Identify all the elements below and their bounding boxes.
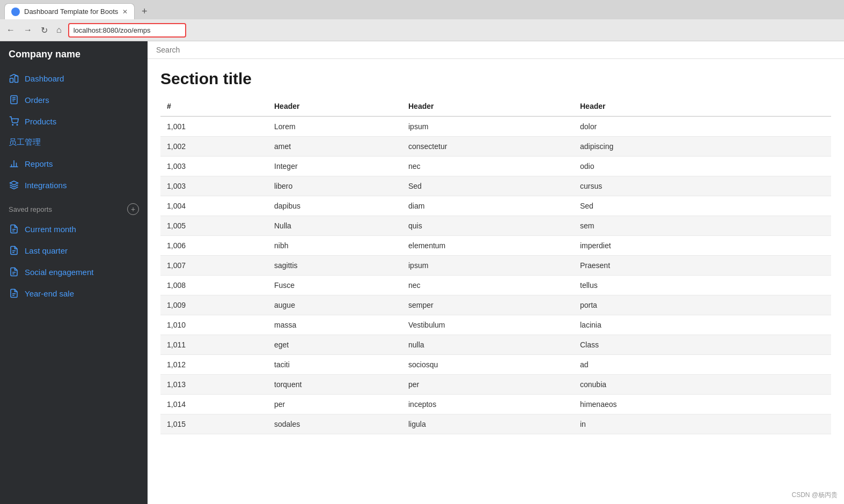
report-file-icon-0: [9, 224, 19, 234]
sidebar-item-label-reports: Reports: [25, 159, 53, 168]
table-cell: Praesent: [574, 256, 831, 276]
sidebar-item-label-current-month: Current month: [25, 225, 76, 234]
home-button[interactable]: ⌂: [54, 23, 64, 37]
table-cell: 1,015: [160, 414, 268, 434]
table-cell: Integer: [268, 157, 402, 176]
table-cell: sodales: [268, 414, 402, 434]
table-row: 1,006nibhelementumimperdiet: [160, 236, 831, 256]
table-cell: nec: [402, 276, 574, 295]
col-header-1: Header: [268, 97, 402, 116]
browser-chrome: Dashboard Template for Boots ✕ + ← → ↻ ⌂…: [0, 0, 844, 41]
table-cell: 1,006: [160, 236, 268, 256]
table-cell: Vestibulum: [402, 315, 574, 335]
reload-button[interactable]: ↻: [39, 23, 50, 38]
table-cell: per: [402, 375, 574, 395]
table-cell: odio: [574, 157, 831, 176]
table-cell: Class: [574, 335, 831, 355]
table-cell: Nulla: [268, 216, 402, 236]
svg-marker-12: [10, 181, 18, 186]
data-table: # Header Header Header 1,001Loremipsumdo…: [160, 97, 831, 434]
table-row: 1,010massaVestibulumlacinia: [160, 315, 831, 335]
table-cell: tellus: [574, 276, 831, 295]
tab-title: Dashboard Template for Boots: [24, 8, 118, 16]
content-area: Section title # Header Header Header 1,0…: [148, 59, 844, 504]
tab-bar: Dashboard Template for Boots ✕ +: [0, 0, 844, 19]
active-tab[interactable]: Dashboard Template for Boots ✕: [4, 3, 135, 19]
report-file-icon-3: [9, 288, 19, 299]
saved-reports-header: Saved reports +: [0, 196, 148, 218]
sidebar-item-current-month[interactable]: Current month: [0, 218, 148, 240]
sidebar-item-employee[interactable]: 员工管理: [0, 132, 148, 153]
search-bar: [148, 41, 844, 59]
table-cell: 1,010: [160, 315, 268, 335]
sidebar-item-label-integrations: Integrations: [25, 181, 67, 190]
col-header-3: Header: [574, 97, 831, 116]
svg-point-6: [12, 124, 13, 125]
sidebar-item-social-engagement[interactable]: Social engagement: [0, 261, 148, 283]
watermark: CSDN @杨丙贵: [791, 491, 838, 500]
table-cell: lacinia: [574, 315, 831, 335]
table-cell: eget: [268, 335, 402, 355]
add-saved-report-button[interactable]: +: [127, 203, 139, 215]
tab-close-button[interactable]: ✕: [122, 8, 128, 16]
url-text: localhost:8080/zoo/emps: [74, 26, 151, 34]
sidebar-item-label-employee: 员工管理: [9, 137, 41, 147]
report-file-icon-1: [9, 245, 19, 256]
table-cell: torquent: [268, 375, 402, 395]
table-cell: elementum: [402, 236, 574, 256]
table-cell: himenaeos: [574, 395, 831, 414]
new-tab-button[interactable]: +: [137, 4, 152, 19]
app-container: Company name Dashboard Orders: [0, 41, 844, 504]
table-cell: nulla: [402, 335, 574, 355]
table-cell: semper: [402, 295, 574, 315]
table-cell: 1,003: [160, 176, 268, 196]
forward-button[interactable]: →: [21, 23, 34, 37]
table-row: 1,002ametconsecteturadipiscing: [160, 137, 831, 157]
table-row: 1,003liberoSedcursus: [160, 176, 831, 196]
table-cell: Fusce: [268, 276, 402, 295]
sidebar-item-label-products: Products: [25, 117, 56, 126]
table-row: 1,015sodalesligulain: [160, 414, 831, 434]
table-cell: nec: [402, 157, 574, 176]
table-row: 1,013torquentperconubia: [160, 375, 831, 395]
table-cell: 1,007: [160, 256, 268, 276]
back-button[interactable]: ←: [4, 23, 17, 37]
table-cell: ligula: [402, 414, 574, 434]
sidebar-item-label-last-quarter: Last quarter: [25, 246, 68, 255]
sidebar-item-dashboard[interactable]: Dashboard: [0, 68, 148, 89]
table-cell: 1,013: [160, 375, 268, 395]
table-cell: inceptos: [402, 395, 574, 414]
table-cell: libero: [268, 176, 402, 196]
sidebar-item-last-quarter[interactable]: Last quarter: [0, 240, 148, 261]
main-content: Section title # Header Header Header 1,0…: [148, 41, 844, 504]
table-row: 1,004dapibusdiamSed: [160, 196, 831, 216]
sidebar-item-orders[interactable]: Orders: [0, 89, 148, 110]
sidebar-item-integrations[interactable]: Integrations: [0, 174, 148, 196]
table-cell: cursus: [574, 176, 831, 196]
table-cell: 1,012: [160, 355, 268, 375]
table-cell: ipsum: [402, 116, 574, 137]
chart-icon: [9, 158, 19, 169]
search-input[interactable]: [156, 46, 835, 54]
table-cell: 1,003: [160, 157, 268, 176]
svg-rect-0: [10, 78, 13, 83]
sidebar-item-year-end-sale[interactable]: Year-end sale: [0, 283, 148, 304]
sidebar-item-reports[interactable]: Reports: [0, 153, 148, 174]
table-cell: dapibus: [268, 196, 402, 216]
report-file-icon-2: [9, 266, 19, 277]
table-cell: 1,011: [160, 335, 268, 355]
home-icon: [9, 73, 19, 84]
table-row: 1,003Integernecodio: [160, 157, 831, 176]
table-row: 1,005Nullaquissem: [160, 216, 831, 236]
sidebar-item-label-dashboard: Dashboard: [25, 74, 64, 83]
address-bar: ← → ↻ ⌂ localhost:8080/zoo/emps: [0, 19, 844, 41]
table-cell: per: [268, 395, 402, 414]
url-input[interactable]: localhost:8080/zoo/emps: [68, 23, 186, 38]
sidebar-item-label-social-engagement: Social engagement: [25, 268, 93, 277]
table-cell: ad: [574, 355, 831, 375]
table-cell: in: [574, 414, 831, 434]
table-cell: 1,014: [160, 395, 268, 414]
table-row: 1,009auguesemperporta: [160, 295, 831, 315]
svg-rect-1: [15, 76, 18, 83]
sidebar-item-products[interactable]: Products: [0, 110, 148, 132]
